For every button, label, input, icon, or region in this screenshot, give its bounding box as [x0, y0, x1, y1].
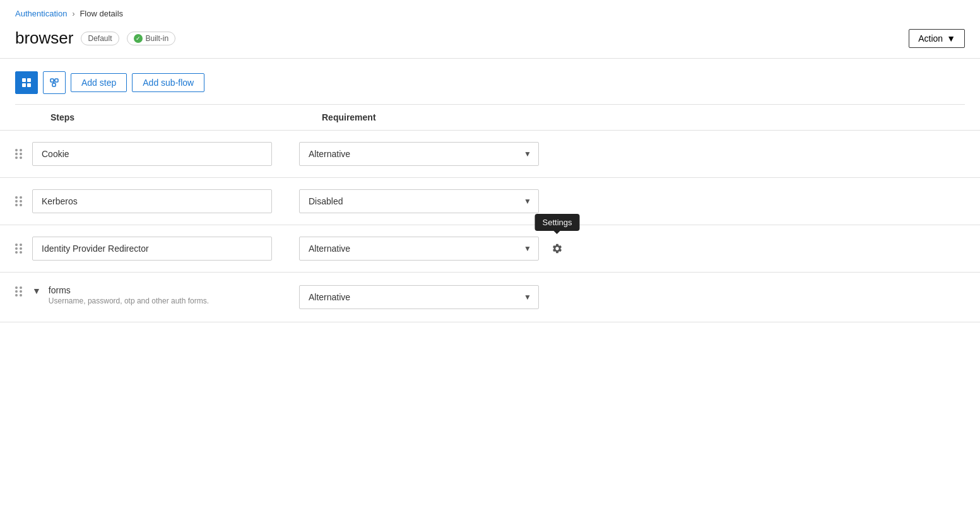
breadcrumb-current: Flow details: [80, 9, 123, 18]
breadcrumb: Authentication › Flow details: [0, 0, 980, 23]
sub-flow-forms-desc: Username, password, otp and other auth f…: [49, 297, 209, 305]
settings-button-ipr[interactable]: [549, 240, 565, 257]
toolbar: Add step Add sub-flow: [0, 59, 980, 104]
svg-rect-6: [52, 83, 56, 86]
gear-icon: [552, 243, 563, 254]
page-title: browser: [15, 28, 73, 48]
action-dropdown-button[interactable]: Action ▼: [909, 29, 965, 48]
table-row: ▼ forms Username, password, otp and othe…: [0, 273, 980, 322]
requirement-select-cookie[interactable]: Alternative Required Disabled Conditiona…: [299, 142, 539, 166]
sub-flow-forms-name: forms: [49, 285, 209, 295]
drag-handle-kerberos[interactable]: [15, 196, 22, 206]
chevron-down-icon: ▼: [947, 33, 955, 44]
table-row: Kerberos Alternative Required Disabled C…: [0, 178, 980, 225]
requirement-select-forms[interactable]: Alternative Required Disabled Conditiona…: [299, 285, 539, 309]
step-left-kerberos: Kerberos: [15, 189, 299, 213]
svg-rect-2: [22, 83, 26, 87]
table-view-button[interactable]: [15, 71, 38, 94]
svg-rect-3: [27, 83, 31, 87]
col-steps-header: Steps: [50, 112, 322, 122]
requirement-select-ipr[interactable]: Alternative Required Disabled Conditiona…: [299, 237, 539, 261]
checkmark-icon: ✓: [134, 34, 143, 43]
requirement-select-kerberos[interactable]: Alternative Required Disabled Conditiona…: [299, 189, 539, 213]
table-row: Identity Provider Redirector Alternative…: [0, 225, 980, 273]
drag-handle-ipr[interactable]: [15, 244, 22, 254]
drag-handle-cookie[interactable]: [15, 149, 22, 159]
drag-handle-forms[interactable]: [15, 286, 22, 297]
requirement-select-wrapper-cookie: Alternative Required Disabled Conditiona…: [299, 142, 539, 166]
svg-rect-4: [50, 79, 54, 82]
col-requirement-header: Requirement: [322, 112, 524, 122]
page-header: browser Default ✓ Built-in Action ▼: [0, 23, 980, 59]
badge-builtin-label: Built-in: [146, 34, 169, 43]
requirement-select-wrapper-ipr: Alternative Required Disabled Conditiona…: [299, 237, 539, 261]
diagram-view-icon: [49, 78, 59, 88]
add-step-button[interactable]: Add step: [71, 73, 127, 92]
svg-rect-5: [55, 79, 58, 82]
step-name-cookie: Cookie: [32, 142, 272, 166]
svg-rect-1: [27, 78, 31, 82]
step-left-forms: ▼ forms Username, password, otp and othe…: [15, 285, 299, 305]
badge-default: Default: [81, 32, 119, 45]
table-header: Steps Requirement: [0, 105, 980, 131]
table-view-icon: [21, 78, 32, 88]
step-name-kerberos: Kerberos: [32, 189, 272, 213]
step-left-cookie: Cookie: [15, 142, 299, 166]
step-name-ipr: Identity Provider Redirector: [32, 237, 272, 261]
expand-forms-button[interactable]: ▼: [32, 286, 46, 296]
settings-tooltip: Settings: [535, 214, 580, 231]
table-row: Cookie Alternative Required Disabled Con…: [0, 131, 980, 178]
page-header-left: browser Default ✓ Built-in: [15, 28, 175, 48]
diagram-view-button[interactable]: [43, 71, 66, 94]
breadcrumb-authentication-link[interactable]: Authentication: [15, 9, 67, 18]
breadcrumb-separator: ›: [72, 9, 74, 18]
svg-rect-0: [22, 78, 26, 82]
step-left-ipr: Identity Provider Redirector: [15, 237, 299, 261]
badge-builtin: ✓ Built-in: [127, 32, 176, 45]
action-label: Action: [918, 33, 943, 44]
requirement-select-wrapper-kerberos: Alternative Required Disabled Conditiona…: [299, 189, 539, 213]
settings-area-ipr: Settings: [549, 240, 565, 257]
requirement-select-wrapper-forms: Alternative Required Disabled Conditiona…: [299, 285, 539, 309]
add-subflow-button[interactable]: Add sub-flow: [132, 73, 204, 92]
sub-flow-forms-info: forms Username, password, otp and other …: [49, 285, 209, 305]
